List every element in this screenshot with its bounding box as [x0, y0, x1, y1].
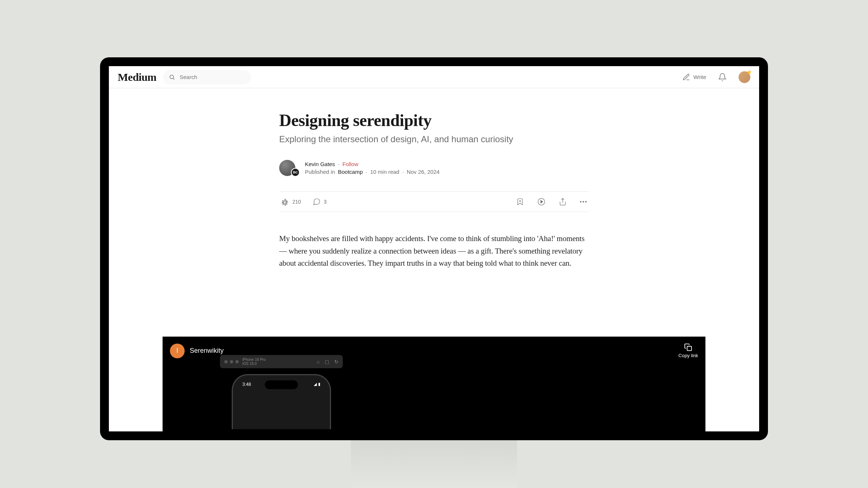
clap-count: 210 [292, 199, 301, 205]
meta-line-author: Kevin Gates · Follow [305, 161, 440, 167]
article-subtitle: Exploring the intersection of design, AI… [279, 134, 589, 144]
published-in-prefix: Published in [305, 169, 335, 175]
publication-link[interactable]: Bootcamp [338, 169, 363, 175]
meta-line-pub: Published in Bootcamp · 10 min read · No… [305, 169, 440, 175]
write-icon [682, 73, 690, 81]
bookmark-icon[interactable] [516, 198, 524, 206]
share-icon[interactable] [559, 198, 567, 206]
copy-link-label: Copy link [679, 353, 698, 358]
header-actions: Write [682, 71, 750, 83]
comment-count: 3 [324, 199, 327, 205]
notifications-icon[interactable] [718, 73, 727, 82]
phone-status-icons: ◢ ▮ [314, 382, 320, 387]
dynamic-island-icon [265, 380, 298, 389]
clap-button[interactable]: 210 [281, 198, 301, 206]
monitor-stand [351, 440, 517, 488]
write-label: Write [693, 74, 706, 80]
simulator-device-label: iPhone 16 Pro iOS 18.0 [242, 358, 266, 366]
article-meta: BC Kevin Gates · Follow Published in Boo… [279, 159, 589, 177]
search-box[interactable] [163, 70, 251, 85]
monitor-frame: Medium Write Des [100, 57, 768, 440]
video-title: Serenwikity [190, 347, 224, 355]
publish-date: Nov 26, 2024 [407, 169, 440, 175]
svg-rect-7 [687, 346, 692, 351]
more-icon[interactable] [580, 201, 587, 202]
engagement-right [516, 198, 587, 206]
author-name[interactable]: Kevin Gates [305, 161, 335, 167]
user-avatar[interactable] [739, 71, 750, 83]
separator-dot: · [402, 169, 404, 175]
traffic-light-icon [235, 360, 239, 363]
separator-dot: · [366, 169, 367, 175]
rotate-icon: ↻ [334, 359, 338, 365]
svg-line-1 [173, 78, 175, 79]
traffic-light-icon [230, 360, 233, 363]
phone-mockup: iPhone 16 Pro iOS 18.0 ⌂ ▢ ↻ 3:48 ◢ ▮ [220, 355, 343, 431]
author-avatars[interactable]: BC [279, 159, 300, 177]
simulator-actions: ⌂ ▢ ↻ [317, 359, 338, 365]
play-icon[interactable] [537, 198, 545, 206]
article-paragraph: My bookshelves are filled with happy acc… [279, 233, 589, 270]
wifi-icon: ◢ [314, 382, 317, 387]
home-icon: ⌂ [317, 359, 320, 365]
search-input[interactable] [180, 74, 246, 80]
phone-clock: 3:48 [242, 382, 251, 387]
read-time: 10 min read [370, 169, 399, 175]
traffic-light-icon [224, 360, 228, 363]
battery-icon: ▮ [318, 382, 320, 387]
comment-icon [313, 198, 321, 206]
screenshot-icon: ▢ [325, 359, 329, 365]
video-embed[interactable]: I Serenwikity Copy link [163, 337, 705, 431]
window-controls [224, 360, 239, 363]
video-channel[interactable]: I Serenwikity [170, 344, 224, 358]
dot-icon [585, 201, 587, 202]
site-header: Medium Write [109, 66, 759, 88]
engagement-bar: 210 3 [279, 191, 589, 212]
dot-icon [583, 201, 584, 202]
engagement-left: 210 3 [281, 198, 327, 206]
clap-icon [281, 198, 289, 206]
svg-point-0 [170, 75, 174, 79]
channel-avatar-icon: I [170, 344, 185, 358]
publication-badge-icon: BC [291, 168, 300, 177]
article-container: Designing serendipity Exploring the inte… [279, 88, 589, 270]
browser-viewport: Medium Write Des [109, 66, 759, 431]
write-button[interactable]: Write [682, 73, 706, 81]
meta-text: Kevin Gates · Follow Published in Bootca… [305, 161, 440, 175]
article-title: Designing serendipity [279, 110, 589, 130]
svg-marker-5 [541, 201, 543, 203]
copy-link-button[interactable]: Copy link [679, 343, 698, 358]
simulator-toolbar: iPhone 16 Pro iOS 18.0 ⌂ ▢ ↻ [220, 355, 343, 368]
search-icon [169, 73, 175, 81]
dot-icon [580, 201, 581, 202]
medium-logo[interactable]: Medium [118, 71, 156, 83]
phone-frame: 3:48 ◢ ▮ [232, 374, 331, 429]
comment-button[interactable]: 3 [313, 198, 327, 206]
copy-icon [684, 343, 692, 351]
separator-dot: · [338, 161, 339, 167]
follow-button[interactable]: Follow [342, 161, 358, 167]
